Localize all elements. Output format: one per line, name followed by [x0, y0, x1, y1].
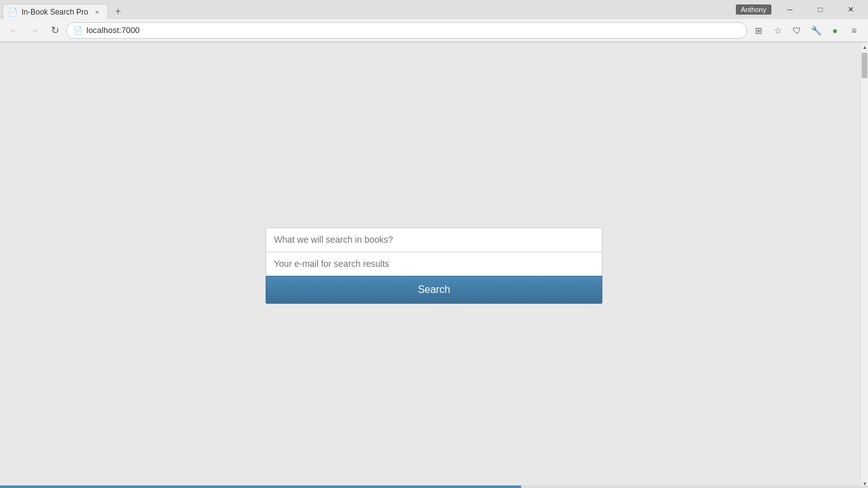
search-button[interactable]: Search	[266, 276, 602, 304]
tab-bar: 📄 In-Book Search Pro × +	[3, 0, 736, 19]
menu-icon[interactable]: ≡	[845, 22, 863, 39]
reload-button[interactable]: ↻	[46, 22, 64, 39]
toolbar-icons: ⊞ ☆ 🛡 🔧 ● ≡	[750, 22, 863, 39]
search-query-input[interactable]	[266, 227, 602, 252]
active-tab[interactable]: 📄 In-Book Search Pro ×	[3, 4, 108, 19]
address-bar[interactable]: 📄 localhost:7000	[66, 22, 747, 39]
forward-button[interactable]: →	[25, 22, 43, 39]
scrollbar[interactable]: ▲ ▼	[860, 43, 868, 488]
address-page-icon: 📄	[73, 26, 83, 35]
browser-chrome: 📄 In-Book Search Pro × + Anthony ─ □ ✕ ←…	[0, 0, 868, 43]
tab-page-icon: 📄	[8, 8, 18, 17]
new-tab-button[interactable]: +	[109, 4, 127, 19]
progress-bar	[0, 485, 521, 488]
shield-icon[interactable]: 🛡	[788, 22, 806, 39]
bookmark-star-icon[interactable]: ☆	[769, 22, 787, 39]
page-content: Search ▲ ▼	[0, 43, 868, 488]
tab-title: In-Book Search Pro	[22, 8, 88, 17]
screen-capture-icon[interactable]: ⊞	[750, 22, 768, 39]
user-badge: Anthony	[736, 4, 771, 15]
maximize-button[interactable]: □	[806, 0, 835, 19]
address-text: localhost:7000	[86, 25, 740, 35]
extension-icon[interactable]: 🔧	[807, 22, 825, 39]
scrollbar-up-arrow[interactable]: ▲	[861, 43, 868, 51]
minimize-button[interactable]: ─	[775, 0, 804, 19]
window-controls: Anthony ─ □ ✕	[736, 0, 865, 19]
tab-close-button[interactable]: ×	[92, 7, 102, 17]
profile-icon[interactable]: ●	[826, 22, 844, 39]
email-input[interactable]	[266, 252, 602, 276]
title-bar: 📄 In-Book Search Pro × + Anthony ─ □ ✕	[0, 0, 868, 19]
scrollbar-track[interactable]	[861, 51, 868, 479]
scrollbar-thumb[interactable]	[862, 53, 867, 78]
bottom-bar	[0, 485, 868, 488]
nav-bar: ← → ↻ 📄 localhost:7000 ⊞ ☆ 🛡 🔧 ● ≡	[0, 19, 868, 42]
close-button[interactable]: ✕	[836, 0, 865, 19]
back-button[interactable]: ←	[5, 22, 23, 39]
search-form: Search	[266, 227, 602, 304]
